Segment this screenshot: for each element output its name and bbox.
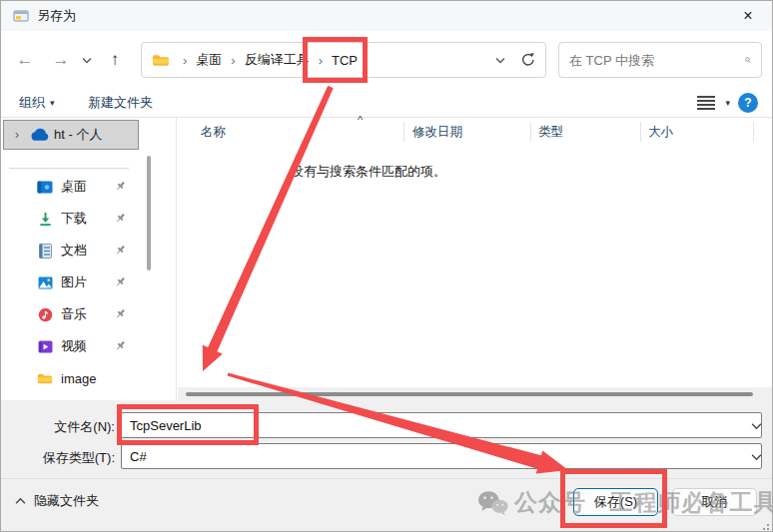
forward-icon[interactable]: → [47, 31, 75, 89]
navigation-bar: ← → ↑ › 桌面 › 反编译工具 › TCP [1, 31, 772, 89]
save-as-icon [13, 8, 29, 24]
save-type-value: C# [130, 449, 147, 464]
column-divider [753, 122, 754, 142]
sidebar-item-label: 视频 [61, 337, 87, 355]
pin-icon [114, 339, 127, 352]
new-folder-label: 新建文件夹 [88, 94, 153, 112]
chevron-up-icon [15, 497, 26, 505]
sidebar-item-label: 桌面 [61, 178, 87, 196]
desktop-icon [37, 179, 53, 195]
column-header-date-modified[interactable]: 修改日期 [412, 121, 462, 143]
organize-button[interactable]: 组织 ▾ [19, 89, 55, 117]
breadcrumb-tcp[interactable]: TCP [330, 53, 360, 68]
horizontal-scrollbar[interactable] [186, 392, 753, 396]
refresh-icon[interactable] [519, 52, 535, 68]
save-type-label: 保存类型(T): [1, 449, 115, 467]
chevron-down-icon: ▾ [50, 98, 55, 108]
sidebar-item-videos[interactable]: 视频 [1, 333, 145, 359]
folder-icon [152, 53, 170, 68]
filename-label: 文件名(N): [1, 418, 115, 436]
column-header-size[interactable]: 大小 [648, 121, 673, 143]
cancel-button[interactable]: 取消 [672, 488, 757, 516]
view-options-button[interactable] [696, 89, 716, 117]
address-bar[interactable]: › 桌面 › 反编译工具 › TCP [141, 42, 546, 78]
file-list: ^ 名称 修改日期 类型 大小 没有与搜索条件匹配的项。 [178, 118, 773, 400]
search-icon[interactable] [745, 53, 751, 67]
organize-label: 组织 [19, 94, 45, 112]
sidebar-item-label: 音乐 [61, 305, 87, 323]
dialog-footer: 隐藏文件夹 公众号 · 工程师必备工具 保存(S) 取消 [1, 478, 772, 532]
recent-locations-chevron-icon[interactable] [77, 31, 97, 89]
folder-icon [37, 370, 53, 386]
music-icon [37, 306, 53, 322]
sidebar-divider [9, 168, 129, 169]
window-title: 另存为 [37, 7, 76, 25]
column-header-type[interactable]: 类型 [538, 121, 563, 143]
sidebar-item-image-folder[interactable]: image [1, 365, 145, 391]
filename-input[interactable] [121, 412, 762, 438]
horizontal-scrollbar-track [178, 387, 773, 400]
column-divider [530, 122, 531, 142]
close-icon[interactable]: × [732, 3, 764, 29]
hide-folders-label: 隐藏文件夹 [34, 492, 99, 510]
pin-icon [114, 180, 127, 193]
sidebar-scrollbar[interactable] [147, 156, 151, 270]
breadcrumb-separator: › [224, 53, 242, 68]
command-toolbar: 组织 ▾ 新建文件夹 ▾ ? [1, 89, 772, 118]
new-folder-button[interactable]: 新建文件夹 [88, 89, 153, 117]
breadcrumb-desktop[interactable]: 桌面 [194, 51, 224, 69]
sidebar-item-music[interactable]: 音乐 [1, 301, 145, 327]
empty-results-message: 没有与搜索条件匹配的项。 [291, 163, 446, 181]
downloads-icon [37, 211, 53, 227]
back-icon[interactable]: ← [11, 31, 39, 89]
help-button[interactable]: ? [738, 93, 758, 113]
breadcrumb-separator: › [312, 53, 330, 68]
list-view-icon [696, 95, 716, 111]
save-type-dropdown-chevron-icon[interactable] [751, 453, 762, 461]
onedrive-cloud-icon [30, 128, 50, 142]
sidebar-item-label: 下载 [61, 210, 87, 228]
pin-icon [114, 212, 127, 225]
wechat-icon [476, 489, 508, 516]
sidebar-item-label: 文档 [61, 242, 87, 260]
breadcrumb-decompile-tools[interactable]: 反编译工具 [243, 51, 312, 69]
cancel-button-label: 取消 [702, 493, 728, 511]
documents-icon [37, 243, 53, 259]
pin-icon [114, 307, 127, 320]
sort-ascending-icon: ^ [358, 114, 363, 126]
search-box [558, 42, 762, 78]
column-divider [640, 122, 641, 142]
pin-icon [114, 275, 127, 288]
resize-grip[interactable] [759, 520, 769, 530]
sidebar-item-label: ht - 个人 [54, 126, 102, 144]
pictures-icon [37, 274, 53, 290]
save-button[interactable]: 保存(S) [573, 488, 658, 516]
file-fields-panel: 文件名(N): 保存类型(T): C# [1, 400, 772, 478]
breadcrumb-separator: › [176, 53, 194, 68]
expand-chevron-icon[interactable]: › [4, 128, 30, 142]
sidebar-item-pictures[interactable]: 图片 [1, 269, 145, 295]
column-divider [403, 122, 404, 142]
sidebar-item-desktop[interactable]: 桌面 [1, 174, 145, 200]
sidebar-item-onedrive[interactable]: › ht - 个人 [3, 120, 139, 150]
videos-icon [37, 338, 53, 354]
sidebar-item-label: image [61, 371, 96, 386]
sidebar-item-label: 图片 [61, 273, 87, 291]
save-as-dialog: 另存为 × ← → ↑ › 桌面 › 反编译工具 › TCP [0, 0, 773, 532]
save-type-select[interactable]: C# [121, 443, 762, 469]
navigation-pane: › ht - 个人 桌面 下载 [1, 118, 177, 400]
up-icon[interactable]: ↑ [101, 31, 129, 89]
column-header-name[interactable]: 名称 [201, 121, 226, 143]
hide-folders-button[interactable]: 隐藏文件夹 [15, 492, 99, 510]
search-input[interactable] [569, 53, 745, 68]
sidebar-item-downloads[interactable]: 下载 [1, 206, 145, 232]
pin-icon [114, 244, 127, 257]
address-dropdown-chevron-icon[interactable] [495, 57, 505, 64]
sidebar-item-documents[interactable]: 文档 [1, 238, 145, 264]
view-dropdown-chevron-icon[interactable]: ▾ [725, 89, 730, 117]
title-bar: 另存为 × [1, 1, 772, 31]
filename-dropdown-chevron-icon[interactable] [751, 422, 762, 430]
save-button-label: 保存(S) [594, 493, 637, 511]
